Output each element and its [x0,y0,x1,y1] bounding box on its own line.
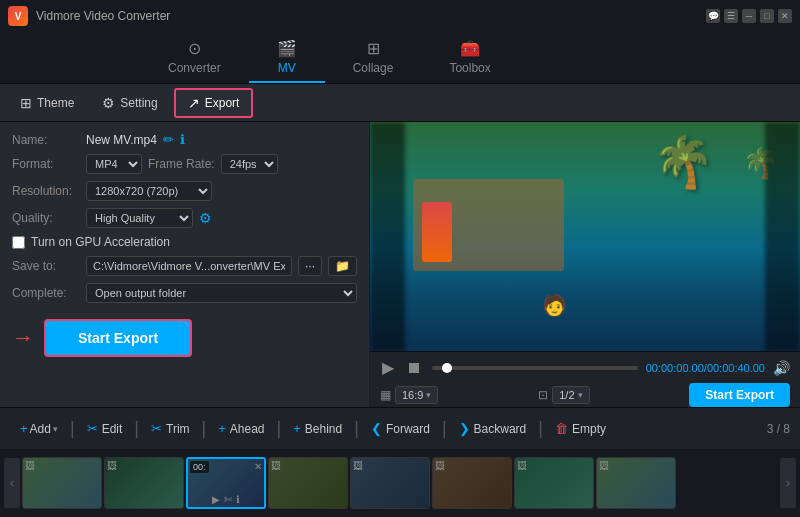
progress-bar[interactable] [432,366,638,370]
gpu-row: Turn on GPU Acceleration [12,235,357,249]
tab-mv[interactable]: 🎬 MV [249,33,325,83]
thumb-8[interactable]: 🖼 [596,457,676,509]
thumb-1-icon: 🖼 [25,460,35,471]
add-button[interactable]: + Add ▾ [10,416,68,441]
quality-gear-icon[interactable]: ⚙ [199,210,212,226]
export-button-area: → Start Export [12,319,357,357]
title-bar: V Vidmore Video Converter 💬 ☰ ─ □ ✕ [0,0,800,32]
setting-label: Setting [120,96,157,110]
tab-converter[interactable]: ⊙ Converter [140,33,249,83]
fps-label: Frame Rate: [148,157,215,171]
thumb-1[interactable]: 🖼 [22,457,102,509]
name-row: Name: New MV.mp4 ✏ ℹ [12,132,357,147]
edit-icon: ✂ [87,421,98,436]
setting-button[interactable]: ⚙ Setting [90,90,169,116]
saveto-label: Save to: [12,259,80,273]
timeline: ‹ 🖼 🖼 00: ✕ ▶ ✄ ℹ 🖼 🖼 [0,449,800,517]
name-label: Name: [12,133,80,147]
gpu-checkbox[interactable] [12,236,25,249]
video-preview: 🌴 🌴 🧑 [370,122,800,351]
saveto-input[interactable] [86,256,292,276]
main-area: Name: New MV.mp4 ✏ ℹ Format: MP4 MKV MOV… [0,122,800,407]
thumb-6[interactable]: 🖼 [432,457,512,509]
video-controls: ▶ ⏹ 00:00:00.00/00:00:40.00 🔊 ▦ 16:9 ▾ [370,351,800,407]
toolbox-icon: 🧰 [460,39,480,58]
trim-button[interactable]: ✂ Trim [141,416,200,441]
divider-4: | [277,418,282,439]
aspect-ratio-button[interactable]: 16:9 ▾ [395,386,438,404]
minimize-button[interactable]: ─ [742,9,756,23]
close-button[interactable]: ✕ [778,9,792,23]
edit-icon[interactable]: ✏ [163,132,174,147]
edit-button[interactable]: ✂ Edit [77,416,133,441]
right-panel: 🌴 🌴 🧑 ▶ ⏹ 00:00:00.00/00:00:40.00 🔊 [370,122,800,407]
menu-button[interactable]: ☰ [724,9,738,23]
title-bar-left: V Vidmore Video Converter [8,6,170,26]
thumb-2[interactable]: 🖼 [104,457,184,509]
thumb-3-close-icon[interactable]: ✕ [254,461,262,472]
complete-select[interactable]: Open output folder None [86,283,357,303]
divider-7: | [538,418,543,439]
divider-2: | [134,418,139,439]
volume-icon[interactable]: 🔊 [773,360,790,376]
export-subnav-icon: ↗ [188,95,200,111]
trim-icon: ✂ [151,421,162,436]
chat-button[interactable]: 💬 [706,9,720,23]
quality-select[interactable]: High Quality Medium Quality Low Quality [86,208,193,228]
app-title: Vidmore Video Converter [36,9,170,23]
add-chevron-icon: ▾ [53,424,58,434]
arrow-right-icon: → [12,325,34,351]
stop-button[interactable]: ⏹ [404,357,424,379]
thumb-7[interactable]: 🖼 [514,457,594,509]
tab-collage[interactable]: ⊞ Collage [325,33,422,83]
resolution-row: Resolution: 1280x720 (720p) 1920x1080 (1… [12,181,357,201]
scale-button[interactable]: 1/2 ▾ [552,386,589,404]
timeline-next-button[interactable]: › [780,458,796,508]
complete-label: Complete: [12,286,80,300]
controls-row1: ▶ ⏹ 00:00:00.00/00:00:40.00 🔊 [380,356,790,379]
empty-button[interactable]: 🗑 Empty [545,416,616,441]
behind-button[interactable]: + Behind [283,416,352,441]
preview-blur-left [370,122,405,351]
quality-row: Quality: High Quality Medium Quality Low… [12,208,357,228]
divider-3: | [202,418,207,439]
timeline-prev-button[interactable]: ‹ [4,458,20,508]
aspect-chevron-icon: ▾ [426,390,431,400]
resolution-select[interactable]: 1280x720 (720p) 1920x1080 (1080p) 3840x2… [86,181,212,201]
theme-button[interactable]: ⊞ Theme [8,90,86,116]
saveto-folder-button[interactable]: 📁 [328,256,357,276]
fps-select[interactable]: 24fps 30fps 60fps [221,154,278,174]
scale-group: ⊡ 1/2 ▾ [538,386,589,404]
ahead-button[interactable]: + Ahead [208,416,274,441]
scale-icon: ⊡ [538,388,548,402]
maximize-button[interactable]: □ [760,9,774,23]
export-subnav-button[interactable]: ↗ Export [174,88,254,118]
format-select[interactable]: MP4 MKV MOV [86,154,142,174]
tab-toolbox[interactable]: 🧰 Toolbox [421,33,518,83]
start-export-button-right[interactable]: Start Export [689,383,790,407]
info-icon[interactable]: ℹ [180,132,185,147]
bottom-toolbar: + Add ▾ | ✂ Edit | ✂ Trim | + Ahead | + … [0,407,800,449]
thumb-4[interactable]: 🖼 [268,457,348,509]
gpu-label: Turn on GPU Acceleration [31,235,170,249]
setting-icon: ⚙ [102,95,115,111]
backward-button[interactable]: ❯ Backward [449,416,537,441]
name-value: New MV.mp4 [86,133,157,147]
time-display: 00:00:00.00/00:00:40.00 [646,362,765,374]
aspect-icon: ▦ [380,388,391,402]
thumb-cut-icon: ✄ [224,494,232,505]
saveto-dots-button[interactable]: ··· [298,256,322,276]
resolution-label: Resolution: [12,184,80,198]
forward-button[interactable]: ❮ Forward [361,416,440,441]
add-icon: + [20,421,28,436]
thumb-4-icon: 🖼 [271,460,281,471]
tab-mv-label: MV [278,61,296,75]
play-button[interactable]: ▶ [380,356,396,379]
app-icon: V [8,6,28,26]
start-export-button-left[interactable]: Start Export [44,319,192,357]
slide-element [422,202,452,262]
thumb-5[interactable]: 🖼 [350,457,430,509]
forward-icon: ❮ [371,421,382,436]
quality-label: Quality: [12,211,80,225]
thumb-3[interactable]: 00: ✕ ▶ ✄ ℹ [186,457,266,509]
